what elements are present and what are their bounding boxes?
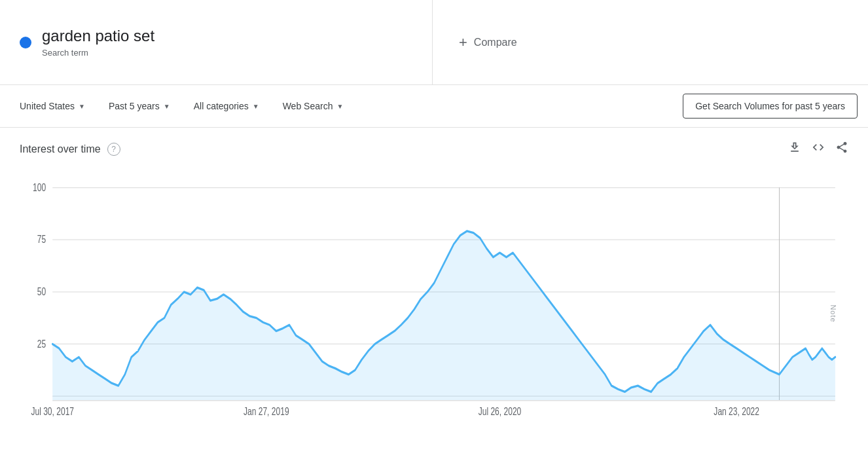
share-button[interactable]: [835, 141, 848, 157]
embed-button[interactable]: [812, 141, 825, 157]
search-term-color-dot: [20, 37, 31, 48]
svg-text:Jan 23, 2022: Jan 23, 2022: [714, 406, 759, 418]
chart-title: Interest over time: [20, 143, 101, 155]
download-button[interactable]: [788, 141, 801, 157]
time-range-filter[interactable]: Past 5 years ▼: [99, 96, 179, 117]
time-range-label: Past 5 years: [109, 101, 160, 111]
svg-text:100: 100: [33, 181, 46, 193]
search-type-label: Web Search: [283, 101, 333, 111]
term-info: garden patio set Search term: [42, 27, 154, 58]
search-term-subtitle: Search term: [42, 48, 154, 58]
search-term-title: garden patio set: [42, 27, 154, 46]
svg-text:25: 25: [37, 338, 46, 350]
svg-text:Jan 27, 2019: Jan 27, 2019: [244, 406, 289, 418]
svg-text:Jul 30, 2017: Jul 30, 2017: [31, 406, 74, 418]
search-term-section: garden patio set Search term: [0, 0, 432, 84]
get-volumes-button[interactable]: Get Search Volumes for past 5 years: [683, 94, 858, 119]
category-filter[interactable]: All categories ▼: [185, 96, 268, 117]
compare-section[interactable]: + Compare: [433, 34, 868, 51]
svg-text:Jul 26, 2020: Jul 26, 2020: [479, 406, 522, 418]
chart-actions: [788, 141, 848, 157]
search-type-arrow-icon: ▼: [336, 103, 343, 110]
header: garden patio set Search term + Compare: [0, 0, 868, 85]
chart-container: Note 100 75 50 25 Jul 30, 2017 Jan 27, 2…: [20, 170, 848, 457]
help-icon[interactable]: ?: [107, 143, 120, 156]
trend-chart: 100 75 50 25 Jul 30, 2017 Jan 27, 2019 J…: [20, 170, 848, 457]
chart-section: Interest over time ? Note: [0, 128, 868, 457]
category-arrow-icon: ▼: [253, 103, 259, 110]
note-label: Note: [829, 304, 837, 322]
time-range-arrow-icon: ▼: [164, 103, 170, 110]
chart-header: Interest over time ?: [20, 141, 848, 157]
location-label: United States: [20, 101, 75, 111]
search-type-filter[interactable]: Web Search ▼: [274, 96, 353, 117]
filters-bar: United States ▼ Past 5 years ▼ All categ…: [0, 85, 868, 128]
category-label: All categories: [194, 101, 249, 111]
location-arrow-icon: ▼: [79, 103, 85, 110]
svg-text:75: 75: [37, 234, 46, 246]
svg-text:50: 50: [37, 285, 46, 297]
compare-label: Compare: [474, 37, 517, 48]
location-filter[interactable]: United States ▼: [10, 96, 94, 117]
chart-title-group: Interest over time ?: [20, 143, 120, 156]
compare-plus-icon: +: [459, 34, 467, 51]
